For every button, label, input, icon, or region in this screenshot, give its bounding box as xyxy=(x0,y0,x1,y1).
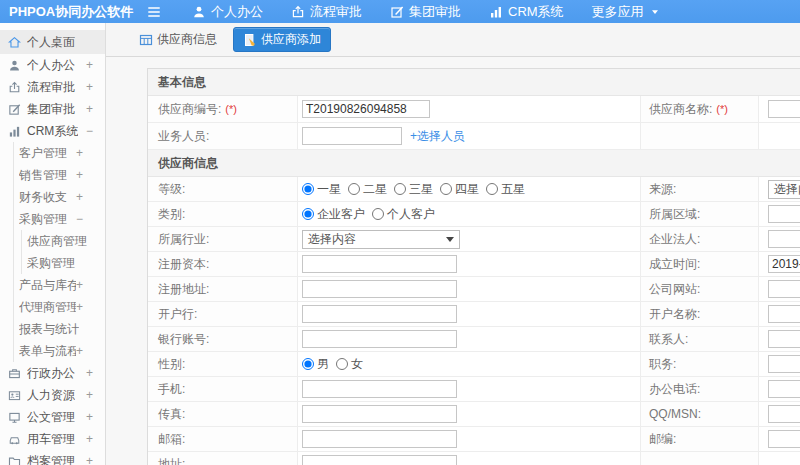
topbar-menu-item[interactable]: 流程审批 xyxy=(291,3,362,21)
sidebar-item[interactable]: 采购管理 xyxy=(22,252,105,274)
radio-input[interactable] xyxy=(302,208,314,220)
field-input[interactable] xyxy=(768,305,800,323)
radio-label: 女 xyxy=(351,356,363,373)
expand-toggle-icon[interactable]: + xyxy=(86,432,93,446)
expand-toggle-icon[interactable]: + xyxy=(86,58,93,72)
expand-toggle-icon[interactable]: + xyxy=(76,278,83,292)
topbar-menu-item[interactable]: CRM系统 xyxy=(489,3,564,21)
field-input[interactable] xyxy=(302,305,457,323)
field-input[interactable] xyxy=(768,255,800,273)
field-label: QQ/MSN: xyxy=(649,407,701,421)
sidebar-item[interactable]: 公文管理+ xyxy=(0,406,105,428)
sidebar-item[interactable]: 报表与统计 xyxy=(14,318,105,340)
radio-input[interactable] xyxy=(302,358,314,370)
expand-toggle-icon[interactable]: − xyxy=(76,212,83,226)
expand-toggle-icon[interactable]: + xyxy=(86,454,93,465)
sidebar-item[interactable]: 采购管理− xyxy=(14,208,105,230)
field-input[interactable] xyxy=(768,355,800,373)
field-label: 所属区域: xyxy=(649,206,700,223)
sidebar-item[interactable]: 集团审批+ xyxy=(0,98,105,120)
sidebar-item[interactable]: 财务收支+ xyxy=(14,186,105,208)
field-input[interactable] xyxy=(302,127,402,145)
field-input[interactable] xyxy=(768,280,800,298)
expand-toggle-icon[interactable]: + xyxy=(76,300,83,314)
expand-toggle-icon[interactable]: + xyxy=(86,80,93,94)
field-input[interactable] xyxy=(302,330,457,348)
field-input[interactable] xyxy=(302,255,457,273)
sidebar-item[interactable]: 产品与库存+ xyxy=(14,274,105,296)
field-input[interactable] xyxy=(302,280,457,298)
sidebar-item[interactable]: 客户管理+ xyxy=(14,142,105,164)
radio-input[interactable] xyxy=(302,183,314,195)
field-select[interactable]: 选择内容 xyxy=(302,230,460,249)
form-label-cell: 联系人: xyxy=(641,327,759,351)
field-input[interactable] xyxy=(768,405,800,423)
sidebar-item[interactable]: 销售管理+ xyxy=(14,164,105,186)
topbar-menu-label: 流程审批 xyxy=(310,3,362,21)
radio-option[interactable]: 一星 xyxy=(302,181,341,198)
expand-toggle-icon[interactable]: + xyxy=(86,410,93,424)
radio-input[interactable] xyxy=(394,183,406,195)
field-input[interactable] xyxy=(768,430,800,448)
radio-option[interactable]: 三星 xyxy=(394,181,433,198)
radio-input[interactable] xyxy=(348,183,360,195)
sidebar-item[interactable]: 代理商管理+ xyxy=(14,296,105,318)
field-input[interactable] xyxy=(768,100,800,118)
sidebar: 个人桌面个人办公+流程审批+集团审批+CRM系统−客户管理+销售管理+财务收支+… xyxy=(0,23,106,465)
radio-input[interactable] xyxy=(372,208,384,220)
topbar-menu-item[interactable]: 个人办公 xyxy=(192,3,263,21)
field-label: 开户行: xyxy=(158,306,197,323)
field-label: 供应商编号: xyxy=(158,101,221,118)
sidebar-item[interactable]: 供应商管理 xyxy=(22,230,105,252)
expand-toggle-icon[interactable]: + xyxy=(86,388,93,402)
field-input[interactable] xyxy=(768,230,800,248)
sidebar-item[interactable]: 流程审批+ xyxy=(0,76,105,98)
field-input[interactable] xyxy=(302,100,430,118)
field-input[interactable] xyxy=(768,330,800,348)
expand-toggle-icon[interactable]: − xyxy=(86,124,93,138)
radio-input[interactable] xyxy=(440,183,452,195)
field-input[interactable] xyxy=(768,205,800,223)
radio-input[interactable] xyxy=(336,358,348,370)
tab-supplier-add[interactable]: 供应商添加 xyxy=(233,27,331,52)
expand-toggle-icon[interactable]: + xyxy=(76,344,83,358)
topbar-menu-item[interactable]: 更多应用 xyxy=(592,3,661,21)
field-select[interactable]: 选择内容 xyxy=(768,180,800,199)
field-label: 注册地址: xyxy=(158,281,209,298)
radio-option[interactable]: 个人客户 xyxy=(372,206,435,223)
field-input[interactable] xyxy=(768,380,800,398)
sidebar-item[interactable]: CRM系统− xyxy=(0,120,105,142)
sidebar-item[interactable]: 档案管理+ xyxy=(0,450,105,465)
expand-toggle-icon[interactable]: + xyxy=(76,146,83,160)
field-input[interactable] xyxy=(302,405,457,423)
sidebar-item[interactable]: 行政办公+ xyxy=(0,362,105,384)
form-field-cell xyxy=(759,352,800,376)
sidebar-item-label: 个人办公 xyxy=(27,57,75,74)
sidebar-item[interactable]: 人力资源+ xyxy=(0,384,105,406)
radio-option[interactable]: 四星 xyxy=(440,181,479,198)
sidebar-item[interactable]: 表单与流程设置+ xyxy=(14,340,105,362)
field-input[interactable] xyxy=(302,455,457,465)
expand-toggle-icon[interactable]: + xyxy=(86,102,93,116)
field-input[interactable] xyxy=(302,380,457,398)
sidebar-item[interactable]: 用车管理+ xyxy=(0,428,105,450)
form-label-cell: 类别: xyxy=(148,202,298,226)
select-person-link[interactable]: +选择人员 xyxy=(410,128,465,145)
radio-option[interactable]: 企业客户 xyxy=(302,206,365,223)
sidebar-item[interactable]: 个人办公+ xyxy=(0,54,105,76)
hamburger-menu-icon[interactable] xyxy=(146,4,162,20)
sidebar-item[interactable]: 个人桌面 xyxy=(0,30,105,54)
field-input[interactable] xyxy=(302,430,457,448)
expand-toggle-icon[interactable]: + xyxy=(86,366,93,380)
caret-down-icon xyxy=(649,6,661,18)
radio-option[interactable]: 男 xyxy=(302,356,329,373)
radio-input[interactable] xyxy=(486,183,498,195)
radio-option[interactable]: 女 xyxy=(336,356,363,373)
topbar-menu-item[interactable]: 集团审批 xyxy=(390,3,461,21)
radio-option[interactable]: 二星 xyxy=(348,181,387,198)
expand-toggle-icon[interactable]: + xyxy=(76,190,83,204)
expand-toggle-icon[interactable]: + xyxy=(76,168,83,182)
form-label-cell: QQ/MSN: xyxy=(641,402,759,426)
radio-option[interactable]: 五星 xyxy=(486,181,525,198)
tab-supplier-info[interactable]: 供应商信息 xyxy=(133,28,223,51)
